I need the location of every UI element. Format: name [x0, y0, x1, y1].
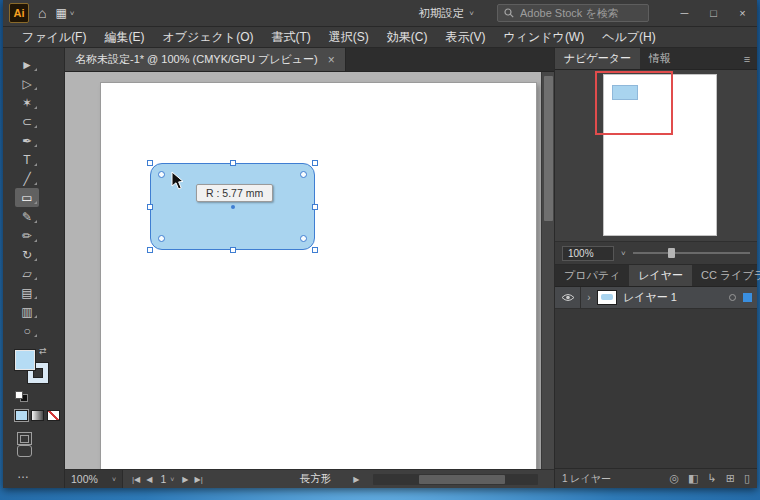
handle-ne[interactable] [312, 160, 318, 166]
arrange-documents-button[interactable]: ▦ ˅ [55, 6, 74, 20]
zoom-tool[interactable]: ○ [15, 321, 39, 340]
paintbrush-tool[interactable]: ✎ [15, 207, 39, 226]
tab-dock-1[interactable]: レイヤー [629, 265, 692, 286]
menu-item-8[interactable]: ヘルプ(H) [593, 27, 665, 48]
corner-radius-widget-ne[interactable] [300, 171, 307, 178]
adobe-stock-search-input[interactable]: Adobe Stock を検索 [497, 4, 649, 22]
zoom-level-select[interactable]: 100% ˅ [65, 470, 123, 488]
navigator-zoom-input[interactable]: 100% [562, 246, 614, 261]
layer-selection-badge[interactable] [743, 293, 752, 302]
handle-nw[interactable] [147, 160, 153, 166]
lasso-tool[interactable]: ⊂ [15, 112, 39, 131]
vertical-scrollbar[interactable] [541, 72, 554, 469]
previous-artboard-button[interactable]: ◀ [146, 475, 152, 484]
layer-thumbnail[interactable] [597, 290, 617, 305]
menu-item-0[interactable]: ファイル(F) [13, 27, 95, 48]
make-clipping-mask-icon[interactable]: ◧ [688, 472, 698, 485]
direct-selection-tool[interactable]: ▷ [15, 74, 39, 93]
handle-n[interactable] [230, 160, 236, 166]
last-artboard-button[interactable]: ▶| [194, 475, 202, 484]
fill-stroke-widget: ⇄ [15, 350, 49, 385]
workspace-switcher[interactable]: 初期設定 ˅ [418, 6, 474, 21]
locate-object-icon[interactable]: ◎ [669, 472, 679, 485]
visibility-toggle[interactable] [555, 287, 581, 308]
selection-tool[interactable]: ► [15, 55, 39, 74]
horizontal-scrollbar-thumb[interactable] [419, 475, 505, 484]
menu-item-6[interactable]: 表示(V) [436, 27, 494, 48]
menu-item-1[interactable]: 編集(E) [95, 27, 153, 48]
search-icon [504, 8, 514, 18]
handle-w[interactable] [147, 204, 153, 210]
gradient-tool[interactable]: ▤ [15, 283, 39, 302]
menu-item-3[interactable]: 書式(T) [262, 27, 319, 48]
panel-menu-icon[interactable]: ≡ [737, 48, 757, 69]
menu-item-4[interactable]: 選択(S) [320, 27, 378, 48]
canvas[interactable]: R : 5.77 mm [65, 72, 554, 469]
tab-dock-0[interactable]: プロパティ [555, 265, 629, 286]
eye-icon [561, 293, 575, 302]
layer-row[interactable]: › レイヤー 1 [555, 287, 757, 309]
vertical-scrollbar-thumb[interactable] [544, 76, 553, 221]
gradient-button[interactable] [31, 410, 44, 421]
artboard-number-select[interactable]: 1 ˅ [158, 473, 176, 485]
column-graph-tool[interactable]: ▥ [15, 302, 39, 321]
handle-s[interactable] [230, 247, 236, 253]
tab-dock-2[interactable]: CC ライブラリ [692, 265, 760, 286]
new-layer-icon[interactable]: ⊞ [726, 472, 735, 485]
menu-item-5[interactable]: 効果(C) [378, 27, 437, 48]
layer-target-icon[interactable] [729, 294, 736, 301]
chevron-down-icon[interactable]: ˅ [621, 249, 626, 258]
statusbar: 100% ˅ |◀ ◀ 1 ˅ ▶ ▶| 長方形 ▶ [65, 469, 554, 488]
magic-wand-tool[interactable]: ✶ [15, 93, 39, 112]
pencil-tool[interactable]: ✏ [15, 226, 39, 245]
edit-toolbar-button[interactable]: … [17, 467, 64, 481]
navigator-preview[interactable] [555, 70, 757, 242]
layer-name[interactable]: レイヤー 1 [623, 290, 729, 305]
navigator-zoom-slider-thumb[interactable] [668, 248, 675, 258]
swap-fill-stroke-icon[interactable]: ⇄ [39, 346, 47, 356]
delete-layer-icon[interactable]: ▯ [744, 472, 750, 485]
expand-layer-icon[interactable]: › [581, 292, 597, 303]
pen-tool[interactable]: ✒ [15, 131, 39, 150]
navigator-view-proxy[interactable] [595, 71, 673, 135]
rotate-tool-icon: ↻ [22, 248, 32, 262]
tab-navigator-1[interactable]: 情報 [640, 48, 680, 69]
color-button[interactable] [15, 410, 28, 421]
new-sublayer-icon[interactable]: ↳ [708, 472, 717, 485]
rotate-tool[interactable]: ↻ [15, 245, 39, 264]
zoom-tool-icon: ○ [23, 324, 30, 338]
corner-radius-widget-se[interactable] [300, 235, 307, 242]
artboard[interactable] [100, 82, 537, 469]
fill-swatch[interactable] [15, 350, 35, 370]
next-artboard-button[interactable]: ▶ [182, 475, 188, 484]
first-artboard-button[interactable]: |◀ [132, 475, 140, 484]
type-tool[interactable]: T [15, 150, 39, 169]
maximize-button[interactable]: □ [699, 0, 728, 26]
minimize-button[interactable]: ─ [670, 0, 699, 26]
handle-se[interactable] [312, 247, 318, 253]
horizontal-scrollbar[interactable] [373, 474, 538, 485]
screen-mode-button[interactable] [17, 445, 32, 457]
line-segment-tool[interactable]: ╱ [15, 169, 39, 188]
chevron-down-icon: ˅ [469, 9, 474, 18]
artboard-number-value: 1 [160, 473, 166, 485]
handle-sw[interactable] [147, 247, 153, 253]
tab-navigator-0[interactable]: ナビゲーター [555, 48, 640, 69]
status-menu-arrow-icon[interactable]: ▶ [353, 475, 359, 484]
menu-item-7[interactable]: ウィンドウ(W) [494, 27, 593, 48]
menu-item-2[interactable]: オブジェクト(O) [153, 27, 262, 48]
home-icon[interactable]: ⌂ [38, 6, 46, 20]
corner-radius-widget-nw[interactable] [158, 171, 165, 178]
navigator-tabs: ナビゲーター情報 [555, 48, 680, 69]
scale-tool[interactable]: ▱ [15, 264, 39, 283]
rectangle-tool[interactable]: ▭ [15, 188, 39, 207]
document-tab[interactable]: 名称未設定-1* @ 100% (CMYK/GPU プレビュー) × [65, 48, 346, 71]
handle-e[interactable] [312, 204, 318, 210]
drawing-mode-button[interactable] [17, 432, 32, 445]
corner-radius-widget-sw[interactable] [158, 235, 165, 242]
navigator-zoom-slider[interactable] [633, 252, 750, 254]
default-fill-stroke-icon[interactable] [15, 391, 28, 402]
none-button[interactable] [47, 410, 60, 421]
close-tab-icon[interactable]: × [328, 53, 335, 67]
close-button[interactable]: × [728, 0, 757, 26]
